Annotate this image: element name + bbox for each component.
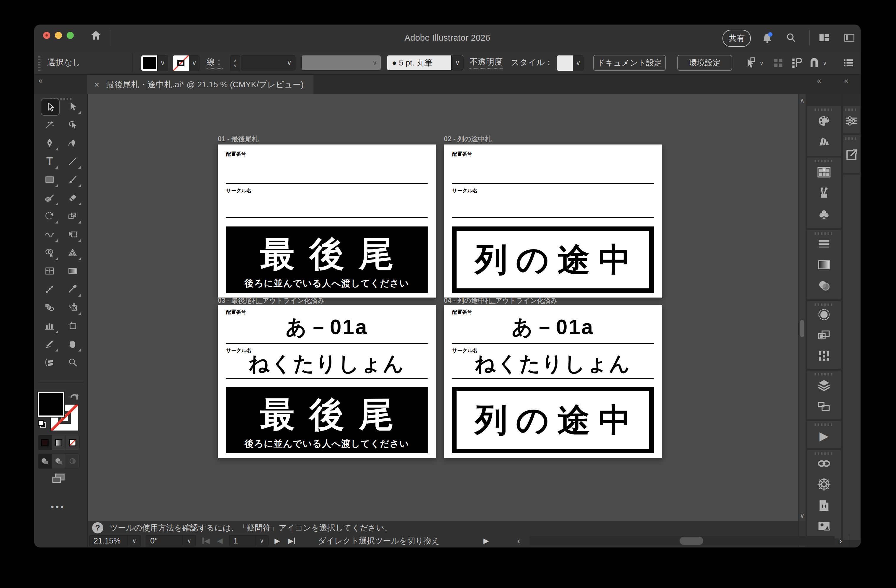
canvas[interactable]: 01 - 最後尾札 配置番号 サークル名 最後尾 後ろに並んでいる人へ渡してくだ… (88, 94, 798, 521)
dock2-collapse-icon[interactable]: « (844, 76, 849, 85)
notifications-bell-icon[interactable] (761, 31, 774, 44)
share-button[interactable]: 共有 (722, 30, 751, 47)
previous-artboard-button[interactable]: ◀ (217, 535, 222, 546)
document-tab[interactable]: × 最後尾札・途中札.ai* @ 21.15 % (CMYK/プレビュー) (87, 75, 314, 94)
none-mode-button[interactable] (66, 435, 79, 450)
zoom-level-select[interactable]: 21.15% ∨ (89, 535, 141, 546)
document-info-panel-icon[interactable] (817, 498, 831, 512)
panel-drag-handle[interactable] (815, 304, 834, 306)
artboards-panel-icon[interactable] (817, 399, 831, 413)
artboard-number-select[interactable]: 1 ∨ (229, 535, 268, 546)
symbol-sprayer-tool[interactable] (64, 299, 81, 316)
stepper-down-icon[interactable]: ∨ (234, 63, 237, 68)
shape-builder-tool[interactable] (41, 245, 58, 261)
workspace-switcher-icon[interactable] (817, 31, 830, 44)
width-profile-select[interactable]: ∨ (301, 55, 381, 70)
chevron-down-icon[interactable]: ∨ (573, 55, 583, 71)
brush-definition-select[interactable]: ● 5 pt. 丸筆 ∨ (387, 55, 464, 70)
chevron-down-icon[interactable]: ∨ (189, 55, 199, 71)
links-panel-icon[interactable] (817, 456, 831, 471)
scroll-up-icon[interactable]: ∧ (800, 97, 805, 104)
style-select[interactable]: ∨ (556, 55, 584, 71)
transparency-panel-icon[interactable] (817, 278, 831, 293)
swatches-panel-icon[interactable] (817, 165, 831, 179)
stroke-swatch-none[interactable] (173, 55, 189, 71)
snap-magnet-icon[interactable] (808, 56, 821, 70)
lasso-tool[interactable] (64, 117, 81, 133)
blend-tool[interactable] (41, 299, 58, 316)
next-artboard-button[interactable]: ▶ (274, 535, 280, 546)
color-mode-button[interactable] (38, 435, 52, 450)
artboard-label[interactable]: 01 - 最後尾札 (218, 134, 259, 143)
artboard-02[interactable]: 配置番号 サークル名 列の途中 (444, 144, 662, 298)
gradient-panel-icon[interactable] (817, 258, 831, 272)
question-mark-icon[interactable]: ? (92, 522, 103, 533)
panel-drag-handle[interactable] (815, 108, 834, 111)
gradient-mode-button[interactable] (52, 435, 66, 450)
fill-swatch[interactable] (142, 55, 157, 71)
slice-tool[interactable] (41, 336, 58, 352)
swap-fill-stroke-icon[interactable] (69, 392, 80, 403)
scale-tool[interactable] (64, 208, 81, 224)
properties-panel-icon[interactable] (844, 114, 858, 128)
curvature-tool[interactable] (64, 135, 81, 151)
stepper-up-icon[interactable]: ∧ (234, 58, 237, 63)
artboard-03[interactable]: 配置番号 あ－01a サークル名 ねくたりしょん 最後尾 後ろに並んでいる人へ渡… (218, 305, 436, 458)
search-icon[interactable] (785, 31, 797, 44)
color-guide-panel-icon[interactable] (817, 134, 831, 149)
line-segment-tool[interactable] (64, 153, 81, 169)
document-setup-button[interactable]: ドキュメント設定 (593, 55, 666, 71)
stroke-weight-stepper[interactable]: ∧ ∨ (230, 55, 240, 71)
style-swatch[interactable] (557, 55, 573, 71)
type-tool[interactable]: T (41, 153, 58, 169)
default-fill-stroke-icon[interactable] (37, 419, 47, 430)
image-trace-panel-icon[interactable] (817, 519, 831, 533)
shaper-tool[interactable] (41, 190, 58, 206)
rotation-select[interactable]: 0° ∨ (146, 535, 196, 546)
stroke-color-control[interactable]: ∨ (173, 55, 200, 71)
artboard-tool[interactable] (64, 318, 81, 334)
direct-selection-tool[interactable] (64, 99, 81, 114)
gradient-tool[interactable] (64, 263, 81, 279)
perspective-grid-tool[interactable] (64, 245, 81, 261)
fill-color-control[interactable]: ∨ (141, 55, 168, 71)
artboard-label[interactable]: 04 - 列の途中札_アウトライン化済み (444, 296, 558, 305)
export-panel-icon[interactable] (844, 148, 858, 162)
minimize-window-button[interactable] (55, 32, 62, 39)
stroke-panel-icon[interactable] (817, 237, 831, 251)
first-artboard-button[interactable]: ◀ (202, 535, 210, 546)
panel-drag-handle[interactable] (845, 137, 858, 140)
vertical-scroll-thumb[interactable] (800, 320, 804, 337)
rotate-tool[interactable] (41, 208, 58, 224)
horizontal-scrollbar[interactable] (529, 536, 835, 545)
symbols-panel-icon[interactable]: ♣ (817, 207, 831, 221)
eyedropper-tool[interactable] (64, 281, 81, 297)
scroll-left-icon[interactable]: ‹ (517, 535, 520, 546)
panel-drag-handle[interactable] (815, 452, 834, 455)
chevron-down-icon[interactable]: ∨ (760, 60, 763, 67)
opacity-label[interactable]: 不透明度 (469, 51, 503, 74)
panel-drag-handle[interactable] (845, 108, 858, 111)
zoom-tool[interactable] (64, 354, 81, 371)
actions-panel-icon[interactable]: ▶ (817, 429, 831, 443)
controlbar-drag-handle[interactable] (38, 55, 40, 71)
artboard-label[interactable]: 03 - 最後尾札_アウトライン化済み (218, 296, 325, 305)
stroke-weight-select[interactable]: ∨ (241, 55, 296, 70)
measure-tool[interactable] (41, 281, 58, 297)
panel-drag-handle[interactable] (815, 373, 834, 375)
close-window-button[interactable] (43, 32, 50, 39)
dock-collapse-icon[interactable]: « (817, 76, 821, 85)
snap-to-point-icon[interactable] (790, 56, 803, 70)
magic-wand-tool[interactable] (41, 117, 58, 133)
paintbrush-tool[interactable] (64, 172, 81, 188)
brushes-panel-icon[interactable] (817, 186, 831, 200)
last-artboard-button[interactable]: ▶ (288, 535, 296, 546)
draw-behind-button[interactable] (52, 454, 66, 469)
status-menu-icon[interactable]: ▶ (483, 535, 489, 546)
scroll-right-icon[interactable]: › (839, 535, 842, 546)
eraser-tool[interactable] (64, 190, 81, 206)
draw-normal-button[interactable] (38, 454, 52, 469)
artboard-04[interactable]: 配置番号 あ－01a サークル名 ねくたりしょん 列の途中 (444, 305, 662, 458)
free-transform-tool[interactable] (64, 226, 81, 242)
preferences-button[interactable]: 環境設定 (677, 55, 732, 71)
